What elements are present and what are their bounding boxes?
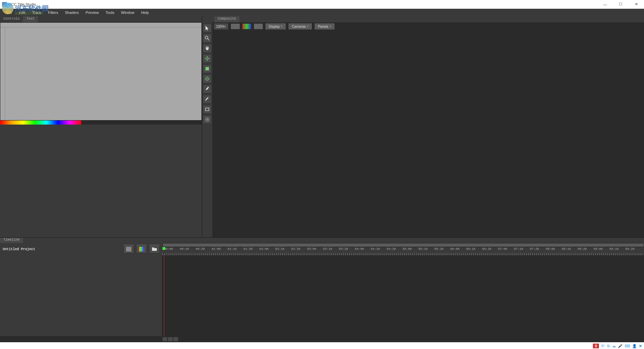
ruler-tick-label: 09:20 (625, 247, 635, 251)
svg-point-3 (205, 78, 209, 80)
ruler-tick-label: 03:20 (339, 247, 348, 251)
open-folder-button[interactable] (149, 245, 160, 254)
target-tool-icon[interactable] (203, 115, 212, 124)
text-ruler-left (0, 27, 5, 120)
tab-timeline[interactable]: Timeline (0, 238, 23, 243)
ruler-tick-label: 00:20 (196, 247, 205, 251)
color-spectrum-row (0, 121, 202, 125)
ruler-tick-label: 07:20 (530, 247, 539, 251)
menu-window[interactable]: Window (118, 9, 138, 16)
ruler-tick-label: 01:00 (212, 247, 221, 251)
timeline-bottom-bar (0, 336, 644, 342)
pen-tool-icon[interactable] (203, 95, 212, 104)
display-dropdown[interactable]: Display▾ (265, 23, 286, 30)
menu-help[interactable]: Help (138, 9, 152, 16)
test-pattern-button[interactable] (136, 245, 147, 254)
tracks-area[interactable] (163, 255, 644, 336)
move-tool-icon[interactable] (203, 54, 212, 63)
alpha-swatch[interactable] (254, 23, 263, 29)
composite-tabs: Composite (202, 16, 644, 22)
ruler-tick-label: 04:20 (387, 247, 396, 251)
tray-icon-5[interactable]: ⌨ (625, 344, 630, 348)
hand-tool-icon[interactable] (203, 44, 212, 53)
left-tabs: Controls Text (0, 16, 202, 22)
color-spectrum-icon[interactable] (0, 121, 81, 125)
tray-icon-6[interactable]: 👤 (632, 344, 637, 348)
tray-ime-icon[interactable]: S (593, 344, 599, 348)
zoom-select[interactable]: 100%▾ (214, 23, 229, 30)
text-canvas[interactable] (0, 22, 202, 121)
3d-rotate-tool-icon[interactable] (203, 64, 212, 73)
menu-preview[interactable]: Preview (82, 9, 102, 16)
timeline-panel: Timeline Untitled Project 00:0000:1000:2… (0, 237, 644, 342)
menu-file[interactable]: File (3, 9, 16, 16)
watermark-url: www.pc0359.cn (15, 11, 43, 16)
ruler-tick-label: 01:10 (228, 247, 237, 251)
panels-dropdown[interactable]: Panels▾ (314, 23, 335, 30)
arrow-tool-icon[interactable] (203, 24, 212, 32)
menu-tools[interactable]: Tools (102, 9, 118, 16)
tray-icon-4[interactable]: 🎤 (618, 344, 623, 348)
project-title: Untitled Project (3, 247, 35, 251)
rgb-swatch-icon[interactable] (242, 23, 252, 29)
title-left: BCC Title Studio (0, 2, 36, 7)
tray-icon-1[interactable]: 中 (601, 344, 605, 349)
tray-icon-7[interactable]: ✖ (639, 344, 642, 348)
maximize-button[interactable]: ☐ (613, 0, 628, 9)
timeline-header-left: Untitled Project (0, 243, 163, 255)
ruler-tick-label: 02:10 (275, 247, 284, 251)
timeline-header-buttons (123, 245, 160, 254)
ruler-tick-label: 08:10 (562, 247, 571, 251)
ruler-tick-label: 03:10 (323, 247, 332, 251)
ruler-tick-label: 02:20 (291, 247, 300, 251)
ruler-tick-label: 00:00 (164, 247, 173, 251)
ruler-tick-label: 07:10 (514, 247, 523, 251)
app-icon (2, 2, 7, 7)
overview-scroll-thumb[interactable] (163, 243, 644, 247)
tab-composite[interactable]: Composite (214, 16, 239, 22)
ruler-tick-label: 02:00 (259, 247, 269, 251)
ruler-tick-label: 08:20 (578, 247, 587, 251)
mini-icon-1[interactable] (163, 337, 167, 341)
orbit-tool-icon[interactable] (203, 74, 212, 83)
track-headers-area[interactable] (0, 255, 163, 336)
mini-icon-3[interactable] (173, 337, 178, 341)
text-edit-area[interactable] (5, 27, 201, 120)
ruler-tick-label: 06:20 (482, 247, 491, 251)
timeline-header-right: 00:0000:1000:2001:0001:1001:2002:0002:10… (163, 243, 644, 255)
bg-swatch[interactable] (231, 23, 240, 29)
window-title: BCC Title Studio (9, 2, 36, 6)
svg-line-1 (208, 39, 209, 40)
ruler-tick-label: 07:00 (498, 247, 507, 251)
window-title-bar: BCC Title Studio — ☐ ✕ (0, 0, 644, 9)
timeline-overview-scrollbar[interactable] (163, 243, 644, 247)
menu-shaders[interactable]: Shaders (62, 9, 82, 16)
ruler-tick-label: 04:00 (355, 247, 364, 251)
mini-icon-2[interactable] (168, 337, 173, 341)
close-button[interactable]: ✕ (628, 0, 644, 9)
menu-filters[interactable]: Filters (45, 9, 62, 16)
eyedropper-tool-icon[interactable] (203, 85, 212, 93)
timeline-ruler[interactable]: 00:0000:1000:2001:0001:1001:2002:0002:10… (163, 247, 644, 255)
cameras-dropdown[interactable]: Cameras▾ (288, 23, 312, 30)
ruler-tick-label: 09:00 (594, 247, 603, 251)
solid-swatch-button[interactable] (123, 245, 134, 254)
rect-tool-icon[interactable] (203, 105, 212, 114)
zoom-tool-icon[interactable] (203, 34, 212, 43)
tab-controls[interactable]: Controls (0, 16, 23, 22)
svg-rect-5 (206, 108, 209, 111)
svg-point-7 (207, 119, 208, 120)
ruler-tick-label: 06:10 (466, 247, 475, 251)
ruler-tick-label: 05:20 (434, 247, 444, 251)
ruler-tick-label: 09:10 (609, 247, 619, 251)
ruler-tick-label: 08:00 (546, 247, 555, 251)
tab-text[interactable]: Text (23, 16, 38, 22)
tray-icon-3[interactable]: ☁ (612, 344, 616, 348)
playhead-line[interactable] (164, 255, 164, 336)
svg-rect-2 (206, 67, 209, 70)
tray-icon-2[interactable]: ⚙ (607, 344, 610, 348)
ruler-tick-label: 03:00 (307, 247, 316, 251)
minimize-button[interactable]: — (597, 0, 613, 9)
ruler-tick-label: 04:10 (371, 247, 380, 251)
timeline-body (0, 255, 644, 336)
